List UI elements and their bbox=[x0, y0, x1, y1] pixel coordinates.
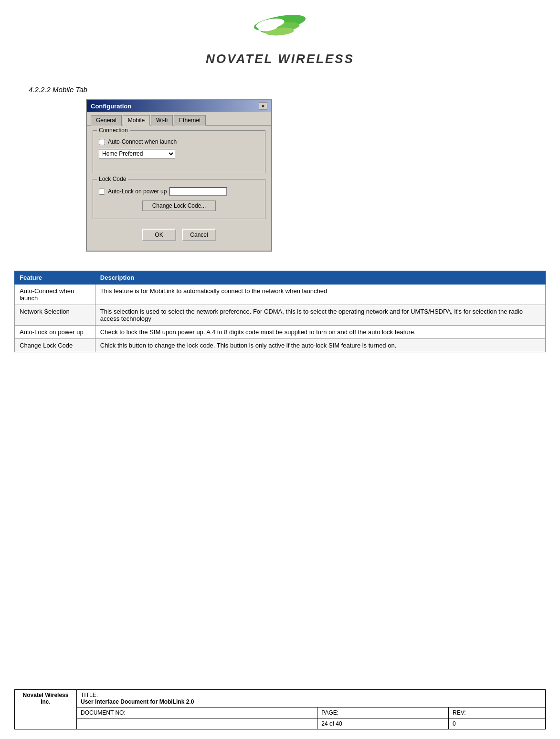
auto-lock-label: Auto-Lock on power up bbox=[108, 188, 167, 195]
header-description: Description bbox=[95, 271, 545, 285]
change-lock-code-button[interactable]: Change Lock Code... bbox=[142, 201, 216, 211]
feature-table-section: Feature Description Auto-Connect when la… bbox=[0, 261, 560, 362]
dialog-buttons: OK Cancel bbox=[93, 225, 265, 246]
tab-mobile[interactable]: Mobile bbox=[123, 115, 150, 126]
lock-code-group: Lock Code Auto-Lock on power up Change L… bbox=[93, 179, 265, 219]
header-feature: Feature bbox=[15, 271, 95, 285]
tab-ethernet[interactable]: Ethernet bbox=[174, 115, 206, 126]
tab-wifi[interactable]: Wi-fi bbox=[151, 115, 173, 126]
footer-table: Novatel Wireless Inc. TITLE: User Interf… bbox=[14, 689, 546, 729]
footer-title-row: Novatel Wireless Inc. TITLE: User Interf… bbox=[15, 690, 546, 707]
connection-group: Connection Auto-Connect when launch Home… bbox=[93, 130, 265, 173]
page-label: PAGE: bbox=[317, 707, 449, 718]
dialog-tabs: General Mobile Wi-fi Ethernet bbox=[87, 112, 271, 126]
feature-cell: Auto-Lock on power up bbox=[15, 326, 95, 339]
rev-label: REV: bbox=[449, 707, 546, 718]
section-heading: 4.2.2.2 Mobile Tab bbox=[0, 76, 560, 99]
dialog-body: Connection Auto-Connect when launch Home… bbox=[87, 126, 271, 251]
footer-section: Novatel Wireless Inc. TITLE: User Interf… bbox=[0, 689, 560, 739]
title-label: TITLE: bbox=[81, 692, 98, 698]
logo-image bbox=[232, 14, 328, 48]
configuration-dialog: Configuration × General Mobile Wi-fi Eth… bbox=[86, 99, 272, 252]
logo-container: NOVATEL WIRELESS bbox=[206, 14, 354, 66]
table-row: Auto-Connect when launchThis feature is … bbox=[15, 285, 546, 305]
network-selection-dropdown[interactable]: Home Preferred Automatic Home Only Roami… bbox=[99, 149, 175, 158]
feature-cell: Network Selection bbox=[15, 305, 95, 326]
logo-section: NOVATEL WIRELESS bbox=[0, 0, 560, 76]
description-cell: Chick this button to change the lock cod… bbox=[95, 339, 545, 352]
feature-cell: Change Lock Code bbox=[15, 339, 95, 352]
dialog-title: Configuration bbox=[91, 103, 131, 110]
lock-code-legend: Lock Code bbox=[97, 176, 128, 182]
table-row: Network SelectionThis selection is used … bbox=[15, 305, 546, 326]
network-dropdown-row: Home Preferred Automatic Home Only Roami… bbox=[99, 149, 259, 158]
dialog-titlebar: Configuration × bbox=[87, 100, 271, 112]
table-header-row: Feature Description bbox=[15, 271, 546, 285]
auto-connect-row: Auto-Connect when launch bbox=[99, 138, 259, 145]
dialog-wrapper: Configuration × General Mobile Wi-fi Eth… bbox=[0, 99, 560, 261]
description-cell: This selection is used to select the net… bbox=[95, 305, 545, 326]
description-cell: This feature is for MobiLink to automati… bbox=[95, 285, 545, 305]
description-cell: Check to lock the SIM upon power up. A 4… bbox=[95, 326, 545, 339]
footer-doc-row: DOCUMENT NO: PAGE: REV: bbox=[15, 707, 546, 718]
footer-title-cell: TITLE: User Interface Document for MobiL… bbox=[77, 690, 546, 707]
logo-text: NOVATEL WIRELESS bbox=[206, 52, 354, 66]
table-row: Change Lock CodeChick this button to cha… bbox=[15, 339, 546, 352]
feature-table: Feature Description Auto-Connect when la… bbox=[14, 271, 546, 352]
table-row: Auto-Lock on power upCheck to lock the S… bbox=[15, 326, 546, 339]
connection-legend: Connection bbox=[97, 127, 130, 134]
footer-company: Novatel Wireless Inc. bbox=[15, 690, 77, 729]
auto-connect-label: Auto-Connect when launch bbox=[108, 138, 177, 145]
cancel-button[interactable]: Cancel bbox=[182, 229, 216, 241]
title-value: User Interface Document for MobiLink 2.0 bbox=[81, 698, 194, 705]
auto-lock-checkbox[interactable] bbox=[99, 189, 105, 195]
rev-value: 0 bbox=[449, 718, 546, 729]
page-value: 24 of 40 bbox=[317, 718, 449, 729]
doc-no-value bbox=[77, 718, 317, 729]
feature-cell: Auto-Connect when launch bbox=[15, 285, 95, 305]
doc-no-label: DOCUMENT NO: bbox=[77, 707, 317, 718]
auto-lock-row: Auto-Lock on power up bbox=[99, 187, 259, 196]
lock-code-input[interactable] bbox=[169, 187, 227, 196]
company-line2: Inc. bbox=[41, 698, 51, 705]
dialog-close-button[interactable]: × bbox=[259, 102, 267, 110]
auto-connect-checkbox[interactable] bbox=[99, 139, 105, 145]
tab-general[interactable]: General bbox=[91, 115, 122, 126]
company-line1: Novatel Wireless bbox=[23, 692, 69, 698]
ok-button[interactable]: OK bbox=[142, 229, 176, 241]
footer-values-row: 24 of 40 0 bbox=[15, 718, 546, 729]
